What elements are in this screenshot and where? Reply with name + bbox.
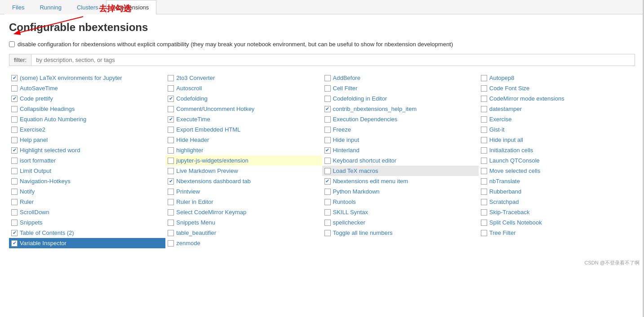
ext-checkbox[interactable] <box>168 168 174 174</box>
ext-checkbox[interactable] <box>324 75 331 81</box>
ext-item[interactable]: Notify <box>9 186 165 197</box>
ext-item[interactable]: table_beautifier <box>165 228 322 238</box>
ext-checkbox[interactable] <box>11 178 18 185</box>
ext-checkbox[interactable] <box>11 137 18 143</box>
ext-checkbox[interactable] <box>324 96 331 102</box>
ext-item[interactable]: Move selected cells <box>479 166 635 176</box>
ext-link[interactable]: Skip-Traceback <box>489 209 530 216</box>
ext-checkbox[interactable] <box>168 106 174 112</box>
ext-checkbox[interactable] <box>324 85 331 92</box>
ext-checkbox[interactable]: ✔ <box>324 147 331 154</box>
ext-link[interactable]: Cell Filter <box>333 85 358 92</box>
ext-item[interactable]: Skip-Traceback <box>479 207 635 217</box>
ext-checkbox[interactable] <box>324 127 331 133</box>
ext-item[interactable]: Hide input <box>322 135 479 145</box>
ext-item[interactable]: Initialization cells <box>479 145 635 155</box>
ext-item[interactable]: Limit Output <box>9 166 165 176</box>
ext-item[interactable]: Codefolding in Editor <box>322 93 479 104</box>
ext-checkbox[interactable] <box>481 137 487 143</box>
ext-item[interactable]: Code Font Size <box>479 83 635 93</box>
ext-link[interactable]: Nbextensions edit menu item <box>333 178 409 185</box>
ext-link[interactable]: Execution Dependencies <box>333 116 398 123</box>
ext-link[interactable]: 2to3 Converter <box>176 75 215 81</box>
ext-checkbox[interactable] <box>481 220 487 226</box>
ext-checkbox[interactable] <box>481 209 487 216</box>
ext-item[interactable]: Printview <box>165 186 322 197</box>
ext-checkbox[interactable]: ✔ <box>11 230 18 236</box>
ext-link[interactable]: Notify <box>20 188 35 195</box>
ext-item[interactable]: Execution Dependencies <box>322 114 479 124</box>
ext-link[interactable]: Table of Contents (2) <box>20 229 74 236</box>
ext-checkbox[interactable] <box>168 240 174 247</box>
ext-item[interactable]: Select CodeMirror Keymap <box>165 207 322 217</box>
ext-link[interactable]: Printview <box>176 188 200 195</box>
ext-checkbox[interactable] <box>168 147 174 154</box>
ext-link[interactable]: Autopep8 <box>489 75 515 81</box>
ext-link[interactable]: ScrollDown <box>20 209 49 216</box>
ext-link[interactable]: Exercise <box>489 116 512 123</box>
ext-link[interactable]: nbTranslate <box>489 178 520 185</box>
ext-link[interactable]: Hide Header <box>176 136 209 143</box>
ext-checkbox[interactable] <box>168 137 174 143</box>
ext-item[interactable]: jupyter-js-widgets/extension <box>165 155 322 166</box>
ext-item[interactable]: ✔Hinterland <box>322 145 479 155</box>
ext-checkbox[interactable] <box>11 168 18 174</box>
ext-link[interactable]: Hide input <box>333 136 360 143</box>
ext-item[interactable]: ✔Codefolding <box>165 93 322 104</box>
ext-checkbox[interactable]: ✔ <box>11 96 18 102</box>
ext-item[interactable]: 2to3 Converter <box>165 73 322 83</box>
ext-item[interactable]: ✔Nbextensions edit menu item <box>322 176 479 186</box>
ext-checkbox[interactable] <box>168 209 174 216</box>
ext-link[interactable]: Load TeX macros <box>333 167 378 174</box>
ext-checkbox[interactable] <box>324 220 331 226</box>
ext-link[interactable]: Snippets <box>20 219 43 226</box>
ext-checkbox[interactable] <box>168 199 174 205</box>
ext-item[interactable]: ✔Variable Inspector <box>9 238 165 248</box>
ext-item[interactable]: Load TeX macros <box>322 166 479 176</box>
ext-checkbox[interactable]: ✔ <box>168 116 174 123</box>
ext-link[interactable]: Equation Auto Numbering <box>20 116 86 123</box>
ext-link[interactable]: contrib_nbextensions_help_item <box>333 106 417 112</box>
ext-item[interactable]: Autoscroll <box>165 83 322 93</box>
ext-checkbox[interactable] <box>168 189 174 195</box>
ext-item[interactable]: SKILL Syntax <box>322 207 479 217</box>
ext-checkbox[interactable] <box>11 106 18 112</box>
ext-checkbox[interactable] <box>324 209 331 216</box>
ext-item[interactable]: Split Cells Notebook <box>479 217 635 228</box>
ext-checkbox[interactable] <box>481 147 487 154</box>
ext-checkbox[interactable] <box>481 158 487 164</box>
ext-link[interactable]: Hinterland <box>333 147 360 154</box>
ext-item[interactable]: Navigation-Hotkeys <box>9 176 165 186</box>
ext-checkbox[interactable] <box>11 158 18 164</box>
ext-item[interactable]: Launch QTConsole <box>479 155 635 166</box>
ext-link[interactable]: (some) LaTeX environments for Jupyter <box>20 75 122 81</box>
ext-item[interactable]: AddBefore <box>322 73 479 83</box>
ext-checkbox[interactable]: ✔ <box>324 178 331 185</box>
ext-item[interactable]: Snippets Menu <box>165 217 322 228</box>
ext-link[interactable]: Highlight selected word <box>20 147 80 154</box>
ext-checkbox[interactable]: ✔ <box>11 147 18 154</box>
ext-item[interactable]: Collapsible Headings <box>9 104 165 114</box>
ext-link[interactable]: Variable Inspector <box>20 240 67 247</box>
filter-input[interactable] <box>31 54 635 66</box>
ext-checkbox[interactable] <box>324 116 331 123</box>
ext-checkbox[interactable] <box>168 75 174 81</box>
ext-link[interactable]: Rubberband <box>489 188 522 195</box>
ext-link[interactable]: AddBefore <box>333 75 360 81</box>
disable-checkbox[interactable] <box>9 41 15 47</box>
ext-checkbox[interactable] <box>481 75 487 81</box>
ext-item[interactable]: ✔contrib_nbextensions_help_item <box>322 104 479 114</box>
ext-checkbox[interactable] <box>481 230 487 236</box>
ext-checkbox[interactable] <box>11 220 18 226</box>
ext-checkbox[interactable] <box>11 127 18 133</box>
tab-files[interactable]: Files <box>4 0 32 14</box>
ext-link[interactable]: Python Markdown <box>333 188 380 195</box>
ext-link[interactable]: Codefolding <box>176 95 207 102</box>
ext-item[interactable]: Exercise2 <box>9 124 165 135</box>
ext-checkbox[interactable] <box>168 158 174 164</box>
ext-link[interactable]: Tree Filter <box>489 229 516 236</box>
ext-item[interactable]: zenmode <box>165 238 322 248</box>
ext-checkbox[interactable] <box>481 178 487 185</box>
ext-link[interactable]: table_beautifier <box>176 229 216 236</box>
ext-link[interactable]: Toggle all line numbers <box>333 229 393 236</box>
